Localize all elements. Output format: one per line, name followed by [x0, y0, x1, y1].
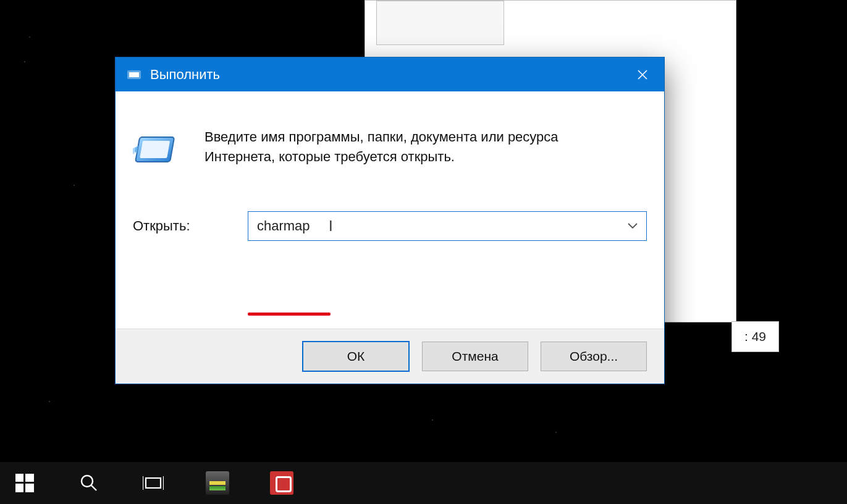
run-icon [127, 69, 141, 81]
svg-rect-8 [15, 484, 23, 492]
open-input[interactable] [248, 218, 619, 234]
task-view-button[interactable] [133, 462, 173, 504]
notepad-icon [206, 471, 229, 495]
search-button[interactable] [69, 462, 109, 504]
background-window-inner [376, 1, 504, 45]
dialog-description: Введите имя программы, папки, документа … [204, 127, 569, 167]
svg-rect-12 [146, 478, 161, 488]
ok-button[interactable]: ОК [302, 341, 410, 372]
svg-rect-5 [140, 141, 170, 158]
taskbar-app-2[interactable] [262, 462, 301, 504]
annotation-underline [248, 313, 331, 316]
close-button[interactable] [621, 57, 664, 91]
titlebar[interactable]: Выполнить [116, 57, 664, 91]
recorder-icon [270, 471, 293, 495]
svg-line-11 [91, 485, 96, 490]
run-large-icon [133, 127, 181, 175]
start-button[interactable] [5, 462, 44, 504]
svg-rect-9 [25, 484, 34, 492]
cancel-button-label: Отмена [452, 349, 498, 364]
chevron-down-icon[interactable] [619, 212, 646, 240]
cancel-button[interactable]: Отмена [422, 342, 528, 371]
taskbar[interactable] [0, 462, 847, 504]
background-side-text: : 49 [744, 329, 766, 344]
open-combobox[interactable]: I [248, 211, 647, 241]
svg-rect-6 [15, 474, 23, 482]
taskbar-app-1[interactable] [198, 462, 237, 504]
open-label: Открыть: [133, 218, 248, 234]
browse-button-label: Обзор... [570, 349, 618, 364]
svg-rect-7 [25, 474, 34, 482]
button-row: ОК Отмена Обзор... [116, 329, 664, 384]
browse-button[interactable]: Обзор... [541, 342, 647, 371]
background-window-strip: : 49 [731, 321, 779, 352]
svg-rect-1 [129, 72, 139, 77]
run-dialog: Выполнить Введите имя программы, папки, … [115, 57, 665, 384]
dialog-title: Выполнить [150, 67, 621, 83]
svg-point-10 [82, 476, 93, 487]
ok-button-label: ОК [347, 349, 365, 364]
